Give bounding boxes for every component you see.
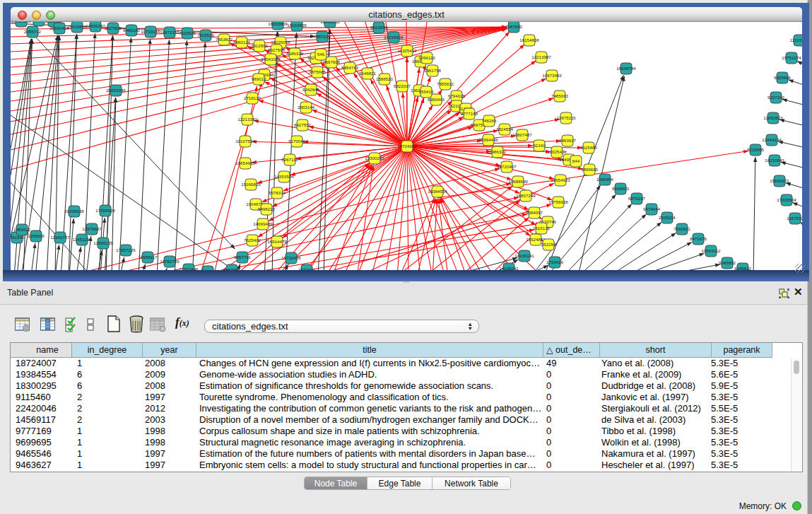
svg-text:1450612: 1450612 bbox=[13, 227, 31, 232]
svg-text:16033809: 16033809 bbox=[287, 23, 307, 28]
svg-text:19654985: 19654985 bbox=[235, 160, 255, 165]
svg-text:17359928: 17359928 bbox=[95, 208, 115, 213]
svg-text:20364436: 20364436 bbox=[478, 137, 498, 142]
svg-text:10107554: 10107554 bbox=[235, 139, 255, 144]
svg-text:16782759: 16782759 bbox=[160, 259, 180, 264]
svg-text:16648784: 16648784 bbox=[616, 66, 636, 71]
svg-text:14099489: 14099489 bbox=[253, 221, 273, 226]
svg-text:11923446: 11923446 bbox=[179, 267, 199, 270]
svg-text:2087682: 2087682 bbox=[505, 24, 523, 29]
svg-text:6794028: 6794028 bbox=[448, 93, 466, 98]
svg-text:20053346: 20053346 bbox=[106, 88, 126, 93]
svg-text:19166829: 19166829 bbox=[241, 182, 261, 187]
svg-text:19756928: 19756928 bbox=[548, 199, 568, 204]
svg-text:2803144: 2803144 bbox=[298, 105, 315, 110]
svg-text:62160: 62160 bbox=[533, 143, 546, 148]
svg-text:989012: 989012 bbox=[252, 76, 266, 81]
svg-text:18807249: 18807249 bbox=[516, 193, 536, 198]
svg-text:6879197: 6879197 bbox=[628, 196, 646, 201]
svg-text:12905135: 12905135 bbox=[93, 240, 113, 245]
svg-text:7632621: 7632621 bbox=[673, 226, 691, 231]
svg-text:20206538: 20206538 bbox=[64, 209, 84, 214]
svg-text:16210643: 16210643 bbox=[765, 158, 784, 163]
svg-text:1615132: 1615132 bbox=[533, 226, 551, 230]
svg-text:9245012: 9245012 bbox=[199, 269, 217, 270]
svg-text:18226058: 18226058 bbox=[271, 40, 290, 45]
svg-text:19384554: 19384554 bbox=[428, 189, 447, 194]
svg-text:9245652: 9245652 bbox=[719, 260, 736, 265]
svg-text:7615526: 7615526 bbox=[197, 33, 215, 37]
svg-text:10719155: 10719155 bbox=[141, 29, 160, 34]
svg-text:8938923: 8938923 bbox=[612, 186, 630, 191]
svg-text:5498222: 5498222 bbox=[258, 206, 276, 211]
svg-text:15692971: 15692971 bbox=[770, 178, 789, 183]
svg-text:15720407: 15720407 bbox=[497, 164, 517, 169]
svg-text:9329966: 9329966 bbox=[774, 75, 792, 80]
svg-text:7663822: 7663822 bbox=[216, 37, 233, 42]
svg-text:7625402: 7625402 bbox=[244, 238, 261, 243]
svg-text:1588520: 1588520 bbox=[376, 76, 394, 81]
svg-text:9084067: 9084067 bbox=[526, 210, 543, 215]
svg-text:16933806: 16933806 bbox=[67, 24, 87, 29]
svg-text:15751074: 15751074 bbox=[782, 55, 801, 60]
svg-text:16914479: 16914479 bbox=[267, 239, 287, 244]
svg-text:8215955: 8215955 bbox=[747, 147, 765, 152]
svg-text:9899695: 9899695 bbox=[581, 167, 599, 172]
svg-text:2935114: 2935114 bbox=[659, 215, 676, 220]
svg-text:9463627: 9463627 bbox=[559, 138, 577, 143]
svg-text:6466160: 6466160 bbox=[123, 28, 141, 33]
svg-text:8660124: 8660124 bbox=[233, 40, 251, 45]
svg-text:9327506: 9327506 bbox=[268, 47, 286, 52]
svg-text:6961758: 6961758 bbox=[424, 68, 442, 73]
svg-text:252254: 252254 bbox=[541, 242, 556, 247]
svg-text:10655267: 10655267 bbox=[86, 23, 105, 28]
svg-text:9245612: 9245612 bbox=[734, 266, 752, 270]
svg-text:14136041: 14136041 bbox=[499, 266, 519, 270]
svg-text:10688609: 10688609 bbox=[508, 179, 528, 184]
svg-text:26018159: 26018159 bbox=[11, 22, 31, 23]
svg-text:9657781: 9657781 bbox=[223, 267, 241, 270]
svg-text:10973493: 10973493 bbox=[542, 73, 562, 78]
svg-text:13975867: 13975867 bbox=[82, 226, 102, 231]
svg-text:1156829: 1156829 bbox=[28, 233, 45, 238]
svg-text:159415: 159415 bbox=[419, 89, 434, 94]
svg-text:9146821: 9146821 bbox=[359, 71, 377, 76]
svg-text:7515526: 7515526 bbox=[179, 30, 196, 35]
svg-text:9777169: 9777169 bbox=[461, 111, 478, 116]
svg-text:844: 844 bbox=[572, 158, 580, 163]
svg-text:8186328: 8186328 bbox=[286, 51, 304, 56]
svg-text:12942757: 12942757 bbox=[50, 235, 70, 240]
svg-text:8471676: 8471676 bbox=[690, 236, 707, 241]
svg-text:8454749: 8454749 bbox=[341, 65, 359, 70]
svg-text:18724007: 18724007 bbox=[397, 144, 417, 148]
svg-text:14353594: 14353594 bbox=[274, 174, 294, 179]
svg-text:5578314: 5578314 bbox=[269, 190, 286, 195]
svg-text:8267110: 8267110 bbox=[281, 157, 298, 162]
svg-text:10958117: 10958117 bbox=[138, 255, 158, 259]
svg-text:10025438: 10025438 bbox=[547, 149, 567, 154]
svg-text:1571640: 1571640 bbox=[298, 267, 316, 270]
svg-text:12444194: 12444194 bbox=[762, 137, 782, 142]
svg-text:9242845: 9242845 bbox=[302, 87, 320, 92]
svg-text:1640954: 1640954 bbox=[596, 177, 614, 182]
svg-text:2718120: 2718120 bbox=[244, 95, 261, 100]
svg-text:9657791: 9657791 bbox=[234, 255, 252, 259]
svg-text:2667608: 2667608 bbox=[323, 59, 341, 64]
svg-text:1096110: 1096110 bbox=[418, 55, 435, 60]
svg-text:1527602: 1527602 bbox=[105, 25, 122, 30]
svg-text:8427552: 8427552 bbox=[294, 122, 312, 127]
svg-text:19654923: 19654923 bbox=[551, 177, 570, 182]
svg-text:7857224: 7857224 bbox=[314, 34, 331, 39]
svg-text:1167533: 1167533 bbox=[787, 216, 802, 221]
svg-text:16033809: 16033809 bbox=[268, 22, 288, 26]
svg-text:90996030: 90996030 bbox=[320, 22, 340, 24]
svg-text:10543382: 10543382 bbox=[261, 57, 281, 62]
svg-text:16671355: 16671355 bbox=[160, 30, 180, 35]
svg-text:5822037: 5822037 bbox=[394, 83, 411, 88]
svg-text:746266: 746266 bbox=[482, 118, 497, 123]
svg-text:20691406: 20691406 bbox=[49, 25, 69, 30]
svg-text:12213382: 12213382 bbox=[237, 117, 257, 122]
svg-text:11325419: 11325419 bbox=[397, 48, 417, 53]
svg-text:7485063: 7485063 bbox=[551, 93, 569, 98]
svg-text:11123344: 11123344 bbox=[790, 37, 802, 42]
